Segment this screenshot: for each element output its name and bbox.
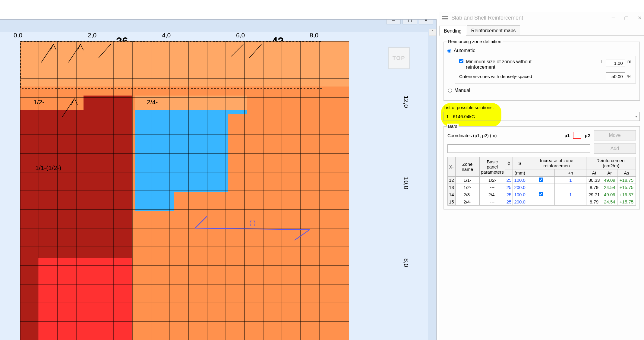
scroll-up-button[interactable]: ˄ xyxy=(429,29,436,36)
sub-ar: Ar xyxy=(602,169,617,177)
axis-y-label: 10,0 xyxy=(402,177,410,189)
zone-definition-group: Reinforcing zone definition Automatic Mi… xyxy=(444,42,640,101)
col-reinforcement[interactable]: Reinforcement (cm2/m) xyxy=(586,157,636,169)
p2-label: p2 xyxy=(585,133,590,138)
coord-input[interactable] xyxy=(447,144,590,153)
solutions-label: List of possible solutions: xyxy=(444,105,640,110)
dialog-close-icon[interactable]: ✕ xyxy=(638,15,642,21)
dialog-minimize-icon[interactable]: ─ xyxy=(612,15,615,21)
col-panel[interactable]: Basic panel parameters xyxy=(479,157,505,177)
grid-svg xyxy=(20,41,349,340)
dialog-icon xyxy=(442,16,448,20)
svg-rect-3 xyxy=(84,96,132,111)
chk-min-zone[interactable] xyxy=(459,59,463,63)
L-unit: m xyxy=(627,59,631,65)
maximize-button[interactable]: ▢ xyxy=(402,19,417,24)
sub-mm: (mm) xyxy=(513,169,527,177)
close-button[interactable]: ✕ xyxy=(419,19,433,24)
axis-y-label: 12,0 xyxy=(402,96,410,108)
tab-bending[interactable]: Bending xyxy=(439,26,466,36)
svg-rect-6 xyxy=(20,110,132,258)
p1-label: p1 xyxy=(564,133,570,138)
radio-manual-label: Manual xyxy=(454,88,470,93)
radio-manual[interactable]: Manual xyxy=(448,88,636,93)
col-x[interactable]: X- xyxy=(448,157,456,177)
radio-automatic-label: Automatic xyxy=(454,48,475,53)
col-zone[interactable]: Zone name xyxy=(455,157,479,177)
zone-label: 2/4- xyxy=(147,99,158,106)
add-button[interactable]: Add xyxy=(594,143,636,154)
reinforcement-map: 1/2- 2/4- 1/1-(1/2-) (-) xyxy=(20,41,349,340)
radio-automatic[interactable]: Automatic xyxy=(447,48,636,53)
dialog-titlebar: Slab and Shell Reinforcement ─ ▢ ✕ xyxy=(439,12,644,24)
axis-x-label: 8,0 xyxy=(310,32,318,39)
criterion-input[interactable] xyxy=(606,72,625,80)
solution-value: 6146.04kG xyxy=(453,114,475,119)
col-phi[interactable]: ɸ xyxy=(505,157,513,169)
zone-label: 1/2- xyxy=(33,99,44,106)
direction-marker: (-) xyxy=(249,219,256,226)
dialog-maximize-icon[interactable]: ▢ xyxy=(624,15,629,21)
viewport-canvas[interactable]: TOP 0,0 2,0 4,0 6,0 8,0 36 42 12,0 10,0 … xyxy=(0,32,428,340)
sub-as: As xyxy=(617,169,636,177)
table-row[interactable]: 152/4----25200.08.7924.54+15.75 xyxy=(448,198,636,206)
tab-reinforcement-maps[interactable]: Reinforcement maps xyxy=(467,25,520,35)
dialog-title: Slab and Shell Reinforcement xyxy=(451,15,523,21)
row-checkbox[interactable] xyxy=(539,178,543,182)
L-label: L xyxy=(601,59,603,65)
zone-label: 1/1-(1/2-) xyxy=(35,164,61,172)
solution-index: 1 xyxy=(446,114,453,119)
group-legend: Reinforcing zone definition xyxy=(447,39,503,44)
svg-rect-0 xyxy=(20,41,349,87)
automatic-options: Minimum size of zones without reinforcem… xyxy=(455,56,636,83)
p1p2-indicator xyxy=(573,132,581,139)
sub-at: At xyxy=(586,169,602,177)
svg-rect-9 xyxy=(135,192,174,211)
table-row[interactable]: 121/1-1/2-25100.0130.3349.09+18.75 xyxy=(448,177,636,184)
criterion-label: Criterion-zones with densely-spaced xyxy=(459,74,556,79)
col-s[interactable]: S xyxy=(513,157,527,169)
table-row[interactable]: 142/3-2/4-25100.0129.7149.09+19.37 xyxy=(448,191,636,198)
solutions-dropdown[interactable]: 1 6146.04kG xyxy=(444,112,640,121)
minimize-button[interactable]: ─ xyxy=(386,19,401,24)
move-button[interactable]: Move xyxy=(594,130,636,140)
sub-plusn: +n xyxy=(555,169,586,177)
criterion-unit: % xyxy=(627,74,631,79)
model-viewport[interactable]: ─ ▢ ✕ ˄ TOP 0,0 2,0 4,0 6,0 8,0 36 42 12… xyxy=(0,19,437,340)
tab-strip: Bending Reinforcement maps xyxy=(439,24,644,36)
axis-x-label: 2,0 xyxy=(88,32,96,39)
view-top-button[interactable]: TOP xyxy=(388,47,410,69)
coord-label: Coordinates (p1; p2) (m) xyxy=(447,133,497,138)
window-controls: ─ ▢ ✕ xyxy=(386,19,433,24)
L-input[interactable] xyxy=(606,59,625,67)
bars-legend: Bars xyxy=(447,124,459,129)
radio-automatic-input[interactable] xyxy=(447,49,451,53)
axis-x-label: 4,0 xyxy=(162,32,171,39)
table-row[interactable]: 131/2----25200.08.7924.54+15.75 xyxy=(448,184,636,191)
axis-x-label: 0,0 xyxy=(14,32,22,39)
col-increase[interactable]: Increase of zone reinforcemen xyxy=(527,157,586,169)
bars-table[interactable]: X- Zone name Basic panel parameters ɸ S … xyxy=(447,157,636,206)
chk-min-zone-label: Minimum size of zones without reinforcem… xyxy=(466,59,556,70)
svg-rect-4 xyxy=(38,258,132,340)
row-checkbox[interactable] xyxy=(539,192,543,196)
radio-manual-input[interactable] xyxy=(448,89,452,93)
reinforcement-dialog: Slab and Shell Reinforcement ─ ▢ ✕ Bendi… xyxy=(439,12,644,340)
svg-rect-11 xyxy=(228,96,247,110)
axis-x-label: 6,0 xyxy=(236,32,245,39)
axis-y-label: 8,0 xyxy=(402,258,410,267)
